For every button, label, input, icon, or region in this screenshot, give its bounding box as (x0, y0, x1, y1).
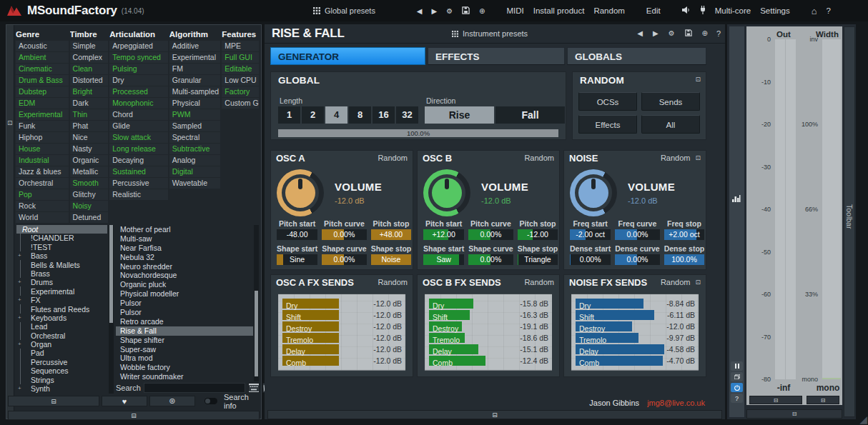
send-row[interactable]: Shift-12.0 dB (282, 310, 405, 321)
prev-preset-icon[interactable]: ◀ (637, 29, 643, 38)
detach-window-icon[interactable]: ⊡ (695, 76, 701, 83)
random-link[interactable]: Random (378, 154, 408, 162)
preset-item[interactable]: Neuro shredder (116, 262, 253, 271)
expand-icon[interactable]: + (18, 314, 21, 322)
preset-item[interactable]: Pulsor (116, 308, 253, 317)
meter-panel-collapse-bar[interactable]: ⊟ (746, 409, 842, 419)
save-icon[interactable] (462, 6, 470, 16)
tag-item[interactable]: Funk (16, 121, 69, 131)
target-icon[interactable]: ⊕ (702, 29, 708, 38)
tag-item[interactable]: Clean (70, 64, 109, 74)
help-button[interactable]: ? (827, 6, 831, 15)
send-row[interactable]: Comb-4.70 dB (576, 356, 699, 366)
tag-item[interactable]: PWM (169, 109, 221, 120)
target-icon[interactable]: ⊕ (479, 7, 485, 15)
expand-icon[interactable]: + (18, 296, 21, 304)
random-link[interactable]: Random (378, 278, 408, 286)
tag-item[interactable]: Custom GUI (222, 98, 259, 109)
tag-item[interactable]: Subtractive (169, 144, 221, 154)
tree-item[interactable]: !TEST (20, 243, 107, 251)
param-value-field[interactable]: -48.00 (277, 229, 317, 240)
tree-scrollbar-thumb[interactable] (109, 225, 113, 323)
preset-list-scrollbar[interactable] (254, 225, 259, 381)
tag-item[interactable]: Nice (70, 132, 109, 143)
tag-item[interactable]: Processed (109, 86, 168, 97)
plug-icon[interactable] (700, 6, 706, 16)
preset-item[interactable]: Physical modeller (116, 289, 253, 299)
tag-item[interactable]: Drum & Bass (16, 75, 69, 86)
tag-item[interactable]: Hiphop (16, 132, 69, 143)
preset-item[interactable]: Novachordesque (116, 271, 253, 280)
tag-item[interactable]: Nasty (70, 144, 109, 154)
tree-item[interactable]: Pad (20, 349, 107, 357)
tag-item[interactable]: Physical (169, 98, 221, 109)
preset-item[interactable]: Wobble factory (116, 363, 253, 372)
tree-collapse-button[interactable]: ⊟ (8, 396, 99, 406)
expand-icon[interactable]: + (18, 278, 21, 286)
tag-item[interactable]: Multi-sampled (169, 86, 221, 97)
tree-item[interactable]: +Organ (20, 340, 107, 349)
tag-item[interactable]: Sampled (169, 121, 221, 131)
menu-edit[interactable]: Edit (646, 6, 661, 15)
random-sends-button[interactable]: Sends (641, 92, 700, 111)
send-row[interactable]: Comb-12.0 dB (282, 356, 405, 366)
random-ocss-button[interactable]: OCSs (578, 92, 637, 111)
send-row[interactable]: Delay-4.58 dB (576, 344, 699, 355)
tag-item[interactable]: Acoustic (16, 41, 69, 51)
preset-item[interactable]: Organic pluck (116, 280, 253, 289)
random-all-button[interactable]: All (641, 115, 700, 134)
tag-item[interactable]: Sustained (109, 166, 168, 177)
direction-option-fall[interactable]: Fall (495, 106, 565, 124)
param-value-field[interactable]: +2.00 oct (664, 229, 705, 240)
tag-item[interactable]: Slow attack (109, 132, 168, 143)
tag-item[interactable]: Experimental (16, 109, 69, 120)
random-link[interactable]: Random (661, 278, 691, 286)
tree-item[interactable]: Orchestral (20, 331, 107, 340)
tree-item[interactable]: Percussive (20, 358, 107, 366)
send-row[interactable]: Tremolo-12.0 dB (282, 333, 405, 344)
send-row[interactable]: Tremolo-9.97 dB (576, 333, 699, 344)
menu-random[interactable]: Random (593, 6, 624, 15)
tag-item[interactable]: MPE (222, 41, 259, 51)
search-input[interactable] (144, 383, 245, 393)
tag-item[interactable]: Experimental (169, 52, 221, 63)
preset-item[interactable]: Multi-saw (116, 234, 253, 244)
tag-item[interactable]: Full GUI (222, 52, 259, 63)
send-row[interactable]: Shift-16.3 dB (429, 310, 552, 321)
preset-item[interactable]: Pulsor (116, 299, 253, 308)
tag-item[interactable]: Spectral (169, 132, 221, 143)
length-option-1[interactable]: 1 (278, 106, 300, 124)
param-value-field[interactable]: -2.00 oct (570, 229, 611, 240)
expand-icon[interactable]: + (18, 384, 21, 393)
tag-item[interactable]: Noisy (70, 201, 109, 211)
length-option-16[interactable]: 16 (373, 106, 395, 124)
preset-item[interactable]: Mother of pearl (116, 225, 253, 234)
tag-item[interactable]: Analog (169, 155, 221, 166)
keyboard-icon[interactable] (248, 383, 260, 393)
tag-item[interactable]: Bright (70, 86, 109, 97)
tree-item[interactable]: Flutes and Reeds (20, 305, 107, 314)
random-preset-button[interactable]: ⊛ (149, 396, 195, 406)
tree-item[interactable]: +FX (20, 296, 107, 304)
send-row[interactable]: Dry-12.0 dB (282, 299, 405, 309)
param-value-field[interactable]: 0.00% (322, 254, 366, 265)
tag-item[interactable]: Decaying (109, 155, 168, 166)
tab-globals[interactable]: GLOBALS (567, 47, 706, 65)
help-button[interactable]: ? (716, 29, 721, 38)
gear-icon[interactable]: ⚙ (669, 29, 675, 38)
send-row[interactable]: Tremolo-18.6 dB (429, 333, 552, 344)
tag-item[interactable]: Granular (169, 75, 221, 86)
tag-item[interactable]: Pop (16, 189, 69, 200)
tree-item[interactable]: +Synth (20, 384, 107, 393)
save-icon[interactable] (685, 29, 692, 38)
param-value-field[interactable]: +12.00 (423, 229, 464, 240)
tag-item[interactable]: FM (169, 64, 221, 74)
tag-item[interactable]: Organic (70, 155, 109, 166)
tag-item[interactable]: Glide (109, 121, 168, 131)
tag-item[interactable]: Dark (70, 98, 109, 109)
send-row[interactable]: Destroy-12.0 dB (576, 321, 699, 332)
length-option-4[interactable]: 4 (325, 106, 347, 124)
tag-item[interactable]: Orchestral (16, 178, 69, 189)
instrument-presets-button[interactable]: Instrument presets (452, 29, 528, 38)
tag-item[interactable]: World (16, 212, 69, 223)
